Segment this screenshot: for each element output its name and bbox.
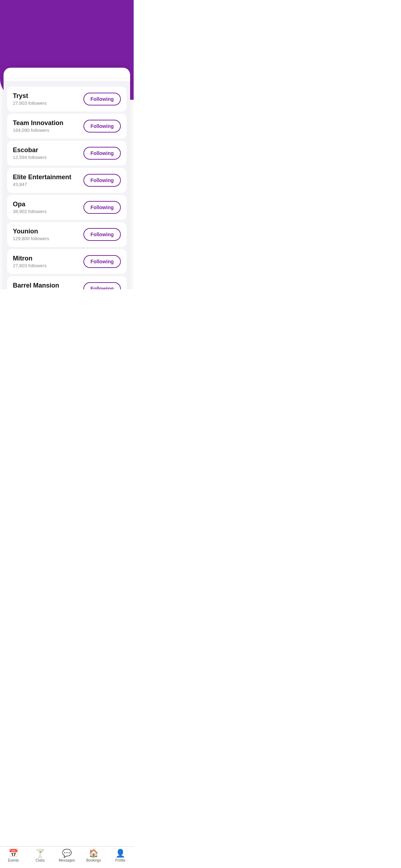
- organiser-followers: 129,800 followers: [13, 236, 83, 241]
- organiser-item: Younion129,800 followersFollowing: [7, 222, 127, 247]
- page-title: [0, 0, 134, 30]
- organiser-name: Opa: [13, 201, 83, 208]
- following-button[interactable]: Following: [83, 255, 121, 268]
- organiser-followers: 38,902 followers: [13, 209, 83, 214]
- organiser-item: Escobar12,594 followersFollowing: [7, 141, 127, 166]
- organiser-name: Tryst: [13, 92, 83, 100]
- organiser-followers: 27,803 followers: [13, 263, 83, 268]
- organiser-info: Younion129,800 followers: [13, 228, 83, 241]
- organiser-item: Tryst27,803 followersFollowing: [7, 87, 127, 112]
- organiser-info: Escobar12,594 followers: [13, 146, 83, 160]
- organiser-name: Barrel Mansion: [13, 282, 83, 289]
- organiser-item: Mitron27,803 followersFollowing: [7, 249, 127, 274]
- organiser-name: Elite Entertainment: [13, 174, 83, 181]
- organiser-name: Mitron: [13, 255, 83, 262]
- card-container: Tryst27,803 followersFollowingTeam Innov…: [0, 68, 134, 289]
- organiser-item: Team Innovation164,090 followersFollowin…: [7, 114, 127, 139]
- organiser-item: Elite Entertainment43,847Following: [7, 168, 127, 193]
- organiser-info: Mitron27,803 followers: [13, 255, 83, 268]
- organiser-followers: 164,090 followers: [13, 128, 83, 133]
- organiser-followers: 43,847: [13, 182, 83, 187]
- main-card: Tryst27,803 followersFollowingTeam Innov…: [4, 68, 130, 289]
- following-button[interactable]: Following: [83, 120, 121, 133]
- organiser-list: Tryst27,803 followersFollowingTeam Innov…: [4, 81, 130, 289]
- following-button[interactable]: Following: [83, 174, 121, 187]
- organiser-info: Barrel Mansion164,090 followers: [13, 282, 83, 289]
- organiser-followers: 27,803 followers: [13, 100, 83, 106]
- following-button[interactable]: Following: [83, 147, 121, 160]
- organiser-name: Team Innovation: [13, 119, 83, 127]
- organiser-info: Opa38,902 followers: [13, 201, 83, 214]
- organiser-info: Tryst27,803 followers: [13, 92, 83, 106]
- organiser-info: Elite Entertainment43,847: [13, 174, 83, 187]
- organiser-info: Team Innovation164,090 followers: [13, 119, 83, 133]
- organiser-item: Opa38,902 followersFollowing: [7, 195, 127, 220]
- following-button[interactable]: Following: [83, 282, 121, 289]
- organiser-followers: 12,594 followers: [13, 155, 83, 160]
- following-header: [4, 68, 130, 79]
- organiser-item: Barrel Mansion164,090 followersFollowing: [7, 276, 127, 289]
- organiser-name: Younion: [13, 228, 83, 235]
- following-button[interactable]: Following: [83, 93, 121, 105]
- following-button[interactable]: Following: [83, 201, 121, 214]
- page-content: Tryst27,803 followersFollowingTeam Innov…: [0, 0, 134, 128]
- organiser-name: Escobar: [13, 146, 83, 154]
- following-button[interactable]: Following: [83, 228, 121, 241]
